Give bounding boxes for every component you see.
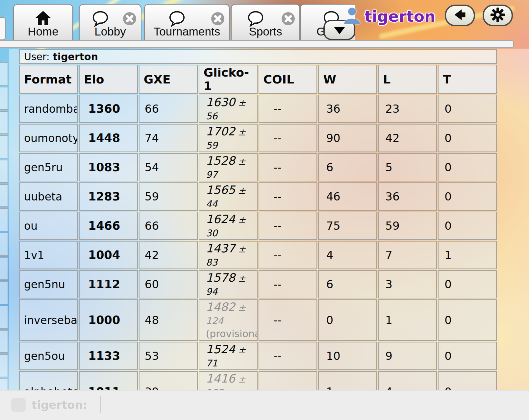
ghost-cell — [0, 87, 8, 110]
ghost-cell — [0, 208, 8, 231]
cell-l: 3 — [378, 270, 437, 298]
col-header-coil: COIL — [259, 65, 317, 94]
ghost-column — [0, 62, 8, 403]
tab-lobby[interactable]: Lobby — [79, 4, 141, 40]
chevron-down-icon — [334, 27, 345, 34]
ghost-cell — [0, 184, 8, 207]
cell-elo: 1004 — [79, 241, 138, 269]
cell-coil: -- — [259, 212, 317, 240]
cell-t: 1 — [438, 241, 497, 269]
cell-t: 0 — [438, 342, 497, 370]
tab-label: Sports — [232, 25, 299, 38]
cell-l: 5 — [378, 153, 437, 181]
cell-t: 0 — [438, 124, 497, 152]
cell-glicko: 1565 ± 44 — [199, 182, 258, 211]
cell-format: gen5nu — [19, 270, 78, 298]
cell-t: 0 — [438, 182, 497, 211]
ratings-table: User: tigerton Format Elo GXE Glicko-1 C… — [18, 48, 498, 420]
cell-coil: -- — [259, 182, 317, 211]
cell-w: 6 — [318, 270, 377, 298]
cell-t: 0 — [438, 95, 497, 123]
cell-gxe: 74 — [139, 124, 198, 152]
cell-elo: 1448 — [79, 124, 138, 152]
cell-gxe: 48 — [139, 299, 198, 341]
ghost-cell — [0, 111, 8, 134]
table-row: ou1466661624 ± 30--75590 — [19, 212, 497, 240]
ratings-panel: User: tigerton Format Elo GXE Glicko-1 C… — [18, 48, 498, 420]
ratings-tbody: User: tigerton Format Elo GXE Glicko-1 C… — [19, 49, 497, 420]
cell-t: 0 — [438, 270, 497, 298]
cell-w: 36 — [318, 95, 377, 123]
gear-icon — [490, 7, 505, 24]
cell-t: 0 — [438, 153, 497, 181]
col-header-t: T — [438, 65, 497, 94]
cell-gxe: 66 — [139, 212, 198, 240]
chat-bar: tigerton: — [0, 390, 529, 420]
cell-elo: 1000 — [79, 299, 138, 341]
table-row: 1v11004421437 ± 83--471 — [19, 241, 497, 269]
cell-w: 46 — [318, 182, 377, 211]
tab-bar: Home Lobby Tournaments — [0, 0, 355, 40]
close-icon[interactable] — [123, 12, 137, 26]
tab-sports[interactable]: Sports — [231, 4, 300, 40]
ghost-cell — [0, 62, 8, 85]
cell-l: 42 — [378, 124, 437, 152]
close-icon[interactable] — [211, 12, 225, 26]
cell-coil: -- — [259, 241, 317, 269]
col-header-elo: Elo — [79, 65, 138, 94]
cell-coil: -- — [259, 270, 317, 298]
tab-tournaments[interactable]: Tournaments — [144, 4, 230, 40]
cell-l: 9 — [378, 342, 437, 370]
username-button[interactable]: tigerton — [343, 5, 436, 28]
cell-glicko: 1624 ± 30 — [199, 212, 258, 240]
cell-l: 36 — [378, 182, 437, 211]
cell-w: 10 — [318, 342, 377, 370]
table-row: gen5ou1133531524 ± 71--1090 — [19, 342, 497, 370]
col-header-w: W — [318, 65, 377, 94]
col-header-glicko: Glicko-1 — [199, 65, 258, 94]
cell-coil: -- — [259, 124, 317, 152]
cell-gxe: 42 — [139, 241, 198, 269]
close-icon[interactable] — [281, 12, 295, 26]
sound-button[interactable] — [445, 5, 475, 26]
table-row: gen5ru1083541528 ± 97--650 — [19, 153, 497, 181]
cell-format: inversebattle — [19, 299, 78, 341]
speaker-icon — [453, 7, 467, 24]
cell-w: 90 — [318, 124, 377, 152]
cell-glicko: 1702 ± 59 — [199, 124, 258, 152]
cell-t: 0 — [438, 212, 497, 240]
user-row: User: tigerton — [19, 49, 497, 64]
table-row: randombattle1360661630 ± 56--36230 — [19, 95, 497, 123]
cell-l: 59 — [378, 212, 437, 240]
chat-input[interactable] — [100, 396, 101, 413]
settings-button[interactable] — [483, 5, 513, 26]
tab-label: Tournaments — [145, 25, 229, 38]
cell-format: uubeta — [19, 182, 78, 211]
cell-format: oumonotype — [19, 124, 78, 152]
col-header-l: L — [378, 65, 437, 94]
tab-bar-baseline — [0, 40, 514, 48]
col-header-gxe: GXE — [139, 65, 198, 94]
col-header-format: Format — [19, 65, 78, 94]
cell-glicko: 1482 ± 124 (provisional) — [199, 299, 258, 341]
tab-home[interactable]: Home — [13, 4, 73, 40]
cell-elo: 1112 — [79, 270, 138, 298]
cell-coil: -- — [259, 95, 317, 123]
cell-l: 1 — [378, 299, 437, 341]
table-row: oumonotype1448741702 ± 59--90420 — [19, 124, 497, 152]
user-value: tigerton — [53, 51, 98, 62]
cell-format: gen5ou — [19, 342, 78, 370]
cell-gxe: 59 — [139, 182, 198, 211]
cell-elo: 1466 — [79, 212, 138, 240]
user-icon — [343, 6, 361, 26]
tab-label: Lobby — [80, 25, 141, 38]
cell-elo: 1360 — [79, 95, 138, 123]
cell-l: 7 — [378, 241, 437, 269]
cell-w: 6 — [318, 153, 377, 181]
cell-gxe: 53 — [139, 342, 198, 370]
cell-w: 75 — [318, 212, 377, 240]
app-window: Home Lobby Tournaments — [0, 0, 529, 420]
cell-glicko: 1528 ± 97 — [199, 153, 258, 181]
cell-glicko: 1524 ± 71 — [199, 342, 258, 370]
cell-gxe: 66 — [139, 95, 198, 123]
